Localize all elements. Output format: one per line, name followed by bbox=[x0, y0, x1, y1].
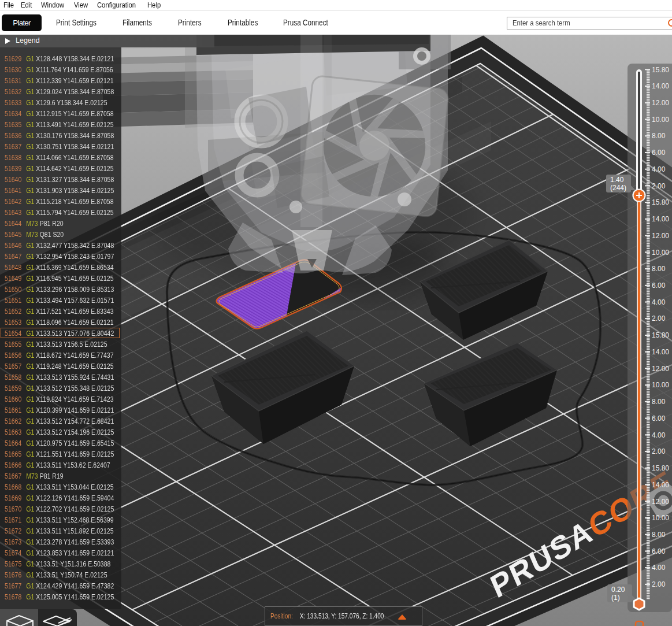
svg-text:2.00: 2.00 bbox=[652, 314, 666, 323]
svg-text:2.00: 2.00 bbox=[652, 182, 666, 190]
svg-text:12.00: 12.00 bbox=[652, 498, 669, 506]
svg-text:8.00: 8.00 bbox=[652, 531, 666, 539]
svg-text:15.80: 15.80 bbox=[652, 464, 669, 472]
svg-text:6.00: 6.00 bbox=[652, 547, 666, 555]
svg-text:4.00: 4.00 bbox=[652, 298, 666, 306]
svg-text:6.00: 6.00 bbox=[652, 281, 666, 290]
svg-text:15.80: 15.80 bbox=[652, 331, 669, 339]
svg-text:14.00: 14.00 bbox=[652, 348, 669, 356]
svg-text:8.00: 8.00 bbox=[652, 398, 666, 406]
svg-text:0.20: 0.20 bbox=[611, 586, 625, 594]
svg-text:15.80: 15.80 bbox=[652, 66, 669, 74]
svg-text:2.00: 2.00 bbox=[652, 447, 666, 455]
svg-text:4.00: 4.00 bbox=[652, 431, 666, 439]
svg-text:4.00: 4.00 bbox=[652, 165, 666, 173]
svg-text:8.00: 8.00 bbox=[652, 265, 666, 273]
svg-text:10.00: 10.00 bbox=[652, 116, 669, 124]
svg-text:4.00: 4.00 bbox=[652, 564, 666, 572]
svg-text:1.40: 1.40 bbox=[610, 176, 624, 184]
svg-text:6.00: 6.00 bbox=[652, 149, 666, 157]
svg-text:8.00: 8.00 bbox=[652, 132, 666, 140]
svg-text:10.00: 10.00 bbox=[652, 381, 669, 389]
svg-text:6.00: 6.00 bbox=[652, 414, 666, 423]
svg-text:(1): (1) bbox=[611, 594, 620, 602]
svg-text:2.00: 2.00 bbox=[652, 580, 666, 588]
svg-text:14.00: 14.00 bbox=[652, 82, 669, 90]
svg-text:14.00: 14.00 bbox=[652, 481, 669, 489]
svg-text:12.00: 12.00 bbox=[652, 365, 669, 373]
svg-text:15.80: 15.80 bbox=[652, 198, 669, 206]
svg-text:12.00: 12.00 bbox=[652, 232, 669, 240]
svg-text:(244): (244) bbox=[610, 184, 626, 192]
svg-text:10.00: 10.00 bbox=[652, 514, 669, 522]
svg-text:14.00: 14.00 bbox=[652, 215, 669, 223]
svg-text:10.00: 10.00 bbox=[652, 249, 669, 257]
svg-text:12.00: 12.00 bbox=[652, 99, 669, 107]
